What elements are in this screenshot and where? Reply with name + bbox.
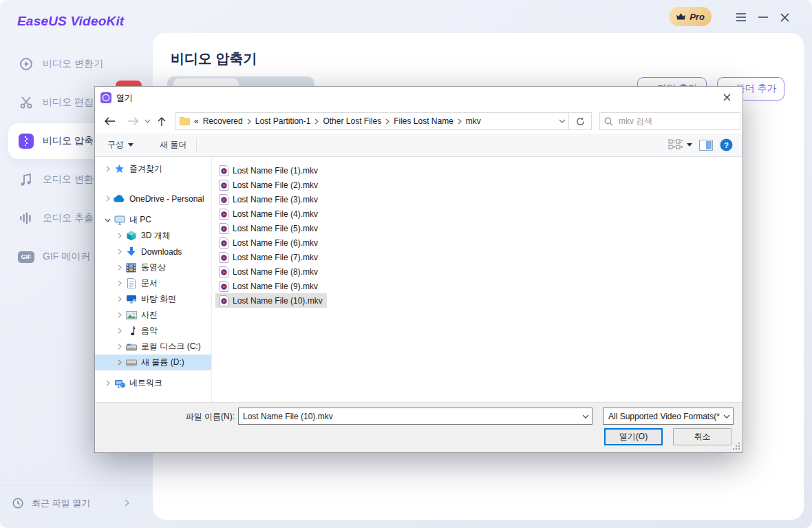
- chevron-down-icon[interactable]: [579, 414, 592, 419]
- file-item[interactable]: Lost Name File (1).mkv: [215, 163, 322, 178]
- help-icon[interactable]: ?: [720, 138, 733, 151]
- file-item[interactable]: Lost Name File (5).mkv: [215, 221, 322, 235]
- picture-icon: [125, 310, 137, 321]
- up-icon[interactable]: [153, 112, 171, 130]
- mkv-file-icon: [220, 252, 228, 263]
- expand-icon[interactable]: [114, 312, 125, 318]
- tree-item-music[interactable]: 음악: [95, 323, 211, 339]
- sidebar-item-label: GIF 메이커: [43, 251, 90, 263]
- breadcrumb-item[interactable]: mkv: [466, 116, 481, 126]
- breadcrumb-item[interactable]: Files Lost Name: [394, 116, 453, 126]
- breadcrumb-dropdown-icon[interactable]: [559, 119, 566, 123]
- expand-icon[interactable]: [114, 296, 125, 302]
- mkv-file-icon: [220, 295, 228, 306]
- tree-item-new-volume-d[interactable]: 새 볼륨 (D:): [95, 355, 211, 370]
- recent-locations-icon[interactable]: [142, 112, 153, 130]
- breadcrumb-prefix[interactable]: «: [194, 116, 199, 126]
- tree-item-desktop[interactable]: 바탕 화면: [95, 291, 211, 307]
- view-mode-icon[interactable]: [668, 139, 692, 151]
- recent-files-label: 최근 파일 열기: [32, 497, 90, 509]
- breadcrumb-separator-icon: [458, 118, 462, 125]
- new-folder-button[interactable]: 새 폴더: [153, 134, 193, 156]
- dialog-titlebar[interactable]: 열기: [95, 87, 742, 109]
- filename-input[interactable]: [239, 412, 579, 421]
- breadcrumb-item[interactable]: Other Lost Files: [323, 116, 381, 126]
- file-item-selected[interactable]: Lost Name File (10).mkv: [215, 293, 327, 308]
- dialog-close-icon[interactable]: [712, 87, 742, 107]
- tree-item-local-disk-c[interactable]: 로컬 디스크 (C:): [95, 339, 211, 355]
- breadcrumb-separator-icon: [314, 118, 319, 125]
- tree-item-downloads[interactable]: Downloads: [95, 244, 211, 260]
- expand-icon[interactable]: [102, 380, 114, 386]
- expand-icon[interactable]: [114, 264, 125, 271]
- minimize-icon[interactable]: [756, 10, 771, 25]
- crown-icon: [676, 12, 686, 21]
- file-item[interactable]: Lost Name File (6).mkv: [215, 235, 322, 250]
- file-item[interactable]: Lost Name File (7).mkv: [215, 250, 322, 264]
- app-window: EaseUS VideoKit Pro 비디오 변환기 비디오 편집기 비디오 …: [0, 0, 812, 528]
- search-box[interactable]: [599, 112, 740, 130]
- file-item[interactable]: Lost Name File (4).mkv: [215, 207, 322, 221]
- breadcrumb-item[interactable]: Lost Partition-1: [255, 116, 311, 126]
- refresh-icon[interactable]: [569, 112, 592, 130]
- organize-label: 구성: [107, 139, 124, 151]
- file-item[interactable]: Lost Name File (2).mkv: [215, 178, 322, 192]
- open-file-dialog: 열기 « Recovered: [94, 86, 743, 453]
- tree-item-documents[interactable]: 문서: [95, 275, 211, 291]
- preview-pane-icon[interactable]: [699, 140, 713, 151]
- tree-item-pictures[interactable]: 사진: [95, 307, 211, 323]
- filename-label: 파일 이름(N):: [164, 411, 235, 423]
- tree-item-this-pc[interactable]: 내 PC: [95, 212, 211, 228]
- expand-icon[interactable]: [114, 249, 125, 255]
- new-folder-label: 새 폴더: [160, 139, 186, 151]
- gif-badge-icon: GIF: [18, 249, 34, 265]
- tree-item-3d-objects[interactable]: 3D 개체: [95, 228, 211, 244]
- file-item[interactable]: Lost Name File (8).mkv: [215, 264, 322, 279]
- mkv-file-icon: [220, 266, 228, 277]
- tree-item-quick-access[interactable]: 즐겨찾기: [95, 161, 211, 177]
- dialog-navigation-bar: « Recovered Lost Partition-1 Other Lost …: [95, 109, 742, 134]
- chevron-down-icon: [723, 414, 730, 419]
- forward-icon[interactable]: [124, 112, 142, 130]
- network-icon: [114, 378, 125, 389]
- chevron-right-icon: [125, 499, 129, 507]
- collapse-icon[interactable]: [102, 218, 114, 222]
- breadcrumb-separator-icon: [385, 118, 389, 125]
- close-icon[interactable]: [777, 10, 792, 25]
- open-button[interactable]: 열기(O): [604, 428, 663, 445]
- expand-icon[interactable]: [102, 196, 114, 202]
- breadcrumb[interactable]: « Recovered Lost Partition-1 Other Lost …: [175, 112, 569, 130]
- breadcrumb-separator-icon: [247, 118, 251, 125]
- tree-item-videos[interactable]: 동영상: [95, 260, 211, 275]
- expand-icon[interactable]: [114, 359, 125, 366]
- file-list: Lost Name File (1).mkv Lost Name File (2…: [212, 157, 742, 402]
- expand-icon[interactable]: [114, 233, 125, 239]
- file-item[interactable]: Lost Name File (9).mkv: [215, 279, 322, 293]
- sidebar-item-video-converter[interactable]: 비디오 변환기: [8, 46, 153, 82]
- organize-button[interactable]: 구성: [100, 134, 140, 156]
- resize-grip[interactable]: [733, 443, 740, 450]
- play-circle-icon: [18, 56, 34, 72]
- expand-icon[interactable]: [102, 166, 114, 172]
- mkv-file-icon: [220, 237, 228, 249]
- filetype-select[interactable]: All Supported Video Formats(*: [603, 408, 734, 425]
- mkv-file-icon: [220, 165, 228, 176]
- tree-item-onedrive[interactable]: OneDrive - Personal: [95, 191, 211, 207]
- desktop-icon: [125, 294, 137, 305]
- recent-files-button[interactable]: 최근 파일 열기: [0, 485, 153, 520]
- file-item[interactable]: Lost Name File (3).mkv: [215, 192, 322, 207]
- mkv-file-icon: [220, 209, 228, 220]
- search-input[interactable]: [619, 116, 736, 126]
- mkv-file-icon: [220, 180, 228, 191]
- back-icon[interactable]: [100, 112, 118, 130]
- tree-item-network[interactable]: 네트워크: [95, 375, 211, 391]
- document-icon: [125, 278, 137, 289]
- expand-icon[interactable]: [114, 344, 125, 350]
- page-title: 비디오 압축기: [171, 50, 257, 68]
- cancel-button[interactable]: 취소: [673, 428, 731, 445]
- expand-icon[interactable]: [114, 328, 125, 334]
- breadcrumb-item[interactable]: Recovered: [203, 116, 243, 126]
- menu-icon[interactable]: [734, 10, 749, 25]
- expand-icon[interactable]: [114, 280, 125, 286]
- pro-button[interactable]: Pro: [669, 7, 712, 26]
